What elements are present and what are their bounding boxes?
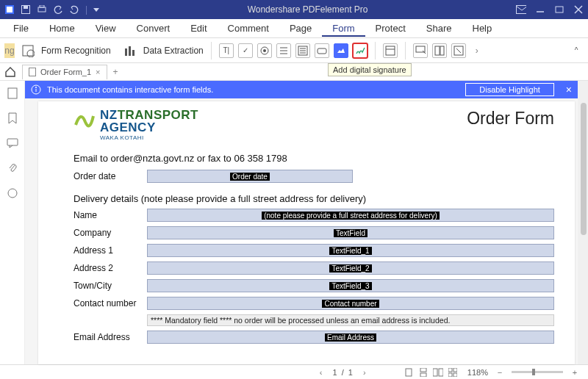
menu-page[interactable]: Page bbox=[279, 20, 322, 37]
doc-tab-close-icon[interactable]: × bbox=[96, 68, 100, 76]
button-field-icon[interactable] bbox=[315, 43, 329, 58]
zoom-out-icon[interactable]: − bbox=[495, 367, 505, 378]
svg-rect-44 bbox=[433, 369, 437, 376]
menu-view[interactable]: View bbox=[85, 20, 126, 37]
menu-edit[interactable]: Edit bbox=[180, 20, 217, 37]
svg-point-17 bbox=[263, 49, 266, 52]
badge-addr2: TextField_2 bbox=[329, 264, 371, 272]
next-page-icon[interactable]: › bbox=[359, 367, 370, 378]
mail-icon[interactable] bbox=[516, 4, 526, 15]
thumbnails-icon[interactable] bbox=[6, 87, 19, 100]
menu-convert[interactable]: Convert bbox=[126, 20, 181, 37]
badge-email: Email Address bbox=[325, 333, 376, 342]
doc-tab-icon bbox=[29, 68, 36, 76]
menubar: File Home View Convert Edit Comment Page… bbox=[0, 19, 588, 38]
field-addr2[interactable]: TextField_2 bbox=[147, 261, 554, 275]
prev-page-icon[interactable]: ‹ bbox=[316, 367, 326, 378]
menu-help[interactable]: Help bbox=[462, 20, 503, 37]
minimize-icon[interactable] bbox=[535, 4, 545, 15]
ribbon-separator bbox=[375, 42, 376, 59]
view-two-page-icon[interactable] bbox=[433, 367, 443, 378]
svg-rect-48 bbox=[448, 373, 452, 377]
svg-rect-1 bbox=[7, 7, 12, 12]
email-line: Email to order@nzta.govt.nz or fax to 06… bbox=[74, 153, 554, 164]
home-tab-icon[interactable] bbox=[3, 65, 18, 79]
page-total: 1 bbox=[348, 368, 353, 377]
menu-comment[interactable]: Comment bbox=[218, 20, 279, 37]
field-addr1[interactable]: TextField_1 bbox=[147, 244, 554, 257]
view-continuous-icon[interactable] bbox=[418, 367, 429, 378]
form-recognition-label[interactable]: Form Recognition bbox=[41, 46, 111, 56]
menu-protect[interactable]: Protect bbox=[365, 20, 416, 37]
view-single-icon[interactable] bbox=[404, 367, 414, 378]
pdf-page: NZTRANSPORT AGENCY WAKA KOTAHI Order For… bbox=[38, 101, 575, 364]
data-extraction-icon[interactable] bbox=[123, 43, 137, 58]
search-panel-icon[interactable] bbox=[6, 187, 19, 200]
form-properties-icon[interactable] bbox=[383, 43, 398, 58]
text-field-icon[interactable]: T| bbox=[219, 43, 234, 58]
svg-rect-30 bbox=[435, 46, 440, 55]
collapse-ribbon-icon[interactable]: ^ bbox=[569, 43, 584, 58]
undo-icon[interactable] bbox=[53, 4, 63, 15]
label-email: Email Address bbox=[74, 332, 147, 342]
menu-form[interactable]: Form bbox=[322, 20, 365, 37]
field-name[interactable]: (note please provide a full street addre… bbox=[147, 209, 554, 222]
ribbon-scroll-left[interactable]: ng bbox=[4, 43, 15, 58]
svg-rect-47 bbox=[453, 368, 457, 372]
new-tab-button[interactable]: + bbox=[113, 67, 118, 77]
quicklaunch-dropdown-icon[interactable] bbox=[93, 8, 99, 12]
bookmarks-icon[interactable] bbox=[6, 112, 19, 125]
ribbon-scroll-right[interactable]: › bbox=[472, 43, 482, 58]
comments-icon[interactable] bbox=[6, 137, 19, 150]
redo-icon[interactable] bbox=[69, 4, 79, 15]
field-order-date[interactable]: Order date bbox=[147, 170, 353, 183]
app-title: Wondershare PDFelement Pro bbox=[99, 4, 516, 15]
scroll-thumb[interactable] bbox=[581, 103, 587, 235]
zoom-in-icon[interactable]: + bbox=[570, 367, 580, 378]
zoom-thumb[interactable] bbox=[532, 369, 535, 375]
banner-close-icon[interactable]: × bbox=[566, 84, 572, 95]
disable-highlight-button[interactable]: Disable Highlight bbox=[465, 83, 554, 96]
menu-share[interactable]: Share bbox=[416, 20, 462, 37]
svg-rect-11 bbox=[23, 46, 33, 56]
document-tab[interactable]: Order Form_1 × bbox=[22, 65, 107, 79]
page-sep: / bbox=[342, 368, 344, 377]
menu-home[interactable]: Home bbox=[39, 20, 85, 37]
field-contact[interactable]: Contact number bbox=[147, 297, 554, 310]
ribbon-separator bbox=[211, 42, 212, 59]
zoom-slider[interactable] bbox=[512, 371, 563, 373]
logo-sub: WAKA KOTAHI bbox=[100, 135, 198, 141]
mandatory-note: **** Mandatory field **** no order will … bbox=[147, 314, 554, 326]
checkbox-icon[interactable]: ✓ bbox=[238, 43, 253, 58]
vertical-scrollbar[interactable] bbox=[578, 81, 588, 364]
radio-icon[interactable] bbox=[257, 43, 272, 58]
svg-rect-15 bbox=[132, 50, 135, 56]
listbox-icon[interactable] bbox=[295, 43, 310, 58]
field-email[interactable]: Email Address bbox=[147, 331, 554, 344]
form-tool-a-icon[interactable] bbox=[413, 43, 428, 58]
image-field-icon[interactable] bbox=[334, 43, 348, 58]
attachments-icon[interactable] bbox=[6, 162, 19, 175]
digital-signature-icon[interactable] bbox=[353, 43, 368, 58]
maximize-icon[interactable] bbox=[554, 4, 564, 15]
form-recognition-icon[interactable] bbox=[21, 43, 35, 58]
status-bar: ‹ 1 / 1 › 118% − + bbox=[0, 364, 588, 379]
form-tool-c-icon[interactable] bbox=[451, 43, 466, 58]
svg-rect-35 bbox=[8, 88, 17, 98]
svg-rect-5 bbox=[40, 5, 44, 7]
badge-name: (note please provide a full street addre… bbox=[262, 212, 440, 220]
save-icon[interactable] bbox=[21, 4, 31, 15]
view-grid-icon[interactable] bbox=[448, 367, 458, 378]
left-sidebar bbox=[0, 81, 25, 364]
close-icon[interactable] bbox=[573, 4, 584, 15]
field-company[interactable]: TextField bbox=[147, 226, 554, 239]
field-town[interactable]: TextField_3 bbox=[147, 279, 554, 292]
form-tool-b-icon[interactable] bbox=[432, 43, 447, 58]
combobox-icon[interactable] bbox=[276, 43, 291, 58]
label-name: Name bbox=[74, 210, 147, 220]
data-extraction-label[interactable]: Data Extraction bbox=[143, 46, 204, 56]
print-icon[interactable] bbox=[37, 4, 47, 15]
label-addr1: Address 1 bbox=[74, 245, 147, 256]
document-title: Order Form bbox=[467, 109, 554, 129]
menu-file[interactable]: File bbox=[3, 20, 39, 37]
